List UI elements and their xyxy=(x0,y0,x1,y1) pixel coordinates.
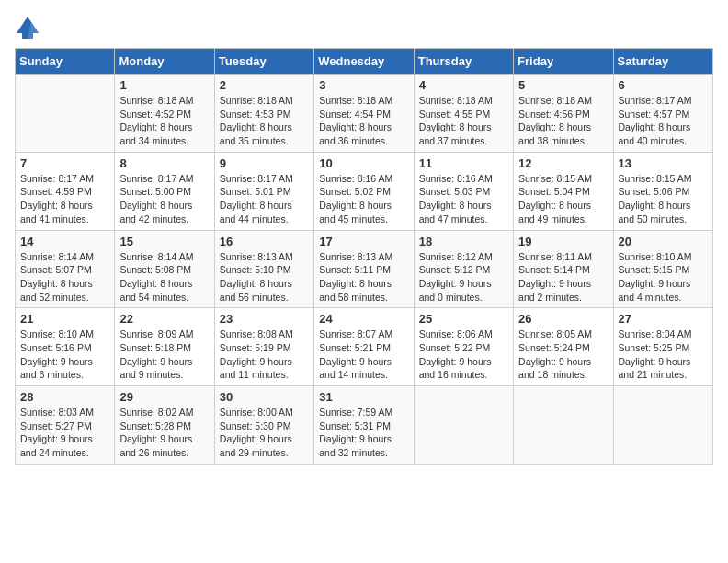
day-info: Sunrise: 8:14 AMSunset: 5:07 PMDaylight:… xyxy=(20,250,109,304)
calendar-cell: 8Sunrise: 8:17 AMSunset: 5:00 PMDaylight… xyxy=(115,152,214,230)
weekday-header: Friday xyxy=(514,49,613,75)
day-info: Sunrise: 8:17 AMSunset: 4:59 PMDaylight:… xyxy=(20,172,109,226)
day-info: Sunrise: 8:15 AMSunset: 5:04 PMDaylight:… xyxy=(518,172,608,226)
calendar-cell: 26Sunrise: 8:05 AMSunset: 5:24 PMDayligh… xyxy=(514,308,613,386)
day-info: Sunrise: 8:05 AMSunset: 5:24 PMDaylight:… xyxy=(518,327,608,382)
calendar-cell: 25Sunrise: 8:06 AMSunset: 5:22 PMDayligh… xyxy=(414,308,513,386)
day-info: Sunrise: 8:07 AMSunset: 5:21 PMDaylight:… xyxy=(319,327,408,382)
calendar-cell: 3Sunrise: 8:18 AMSunset: 4:54 PMDaylight… xyxy=(314,75,414,153)
day-number: 4 xyxy=(419,78,508,92)
day-number: 26 xyxy=(518,312,608,326)
calendar-cell: 21Sunrise: 8:10 AMSunset: 5:16 PMDayligh… xyxy=(16,308,115,386)
calendar-cell: 7Sunrise: 8:17 AMSunset: 4:59 PMDaylight… xyxy=(16,152,115,230)
calendar-cell xyxy=(514,386,613,465)
day-number: 13 xyxy=(619,156,708,170)
day-number: 10 xyxy=(319,156,408,170)
day-number: 27 xyxy=(619,312,708,326)
day-number: 23 xyxy=(220,312,309,326)
day-number: 20 xyxy=(619,235,708,248)
day-number: 30 xyxy=(220,390,309,404)
logo xyxy=(15,15,44,40)
day-number: 21 xyxy=(20,312,109,326)
day-info: Sunrise: 8:09 AMSunset: 5:18 PMDaylight:… xyxy=(119,327,209,382)
calendar-cell: 15Sunrise: 8:14 AMSunset: 5:08 PMDayligh… xyxy=(115,230,214,308)
weekday-header: Thursday xyxy=(414,49,513,75)
day-info: Sunrise: 8:03 AMSunset: 5:27 PMDaylight:… xyxy=(20,406,109,460)
day-info: Sunrise: 8:18 AMSunset: 4:53 PMDaylight:… xyxy=(220,94,309,148)
day-info: Sunrise: 8:18 AMSunset: 4:52 PMDaylight:… xyxy=(119,94,209,148)
day-info: Sunrise: 8:06 AMSunset: 5:22 PMDaylight:… xyxy=(419,327,508,382)
calendar-cell: 18Sunrise: 8:12 AMSunset: 5:12 PMDayligh… xyxy=(414,230,513,308)
weekday-header: Tuesday xyxy=(214,49,313,75)
calendar-cell: 16Sunrise: 8:13 AMSunset: 5:10 PMDayligh… xyxy=(214,230,313,308)
calendar-cell xyxy=(16,75,115,153)
day-info: Sunrise: 8:18 AMSunset: 4:56 PMDaylight:… xyxy=(518,94,608,148)
calendar-cell: 10Sunrise: 8:16 AMSunset: 5:02 PMDayligh… xyxy=(314,152,414,230)
day-info: Sunrise: 8:04 AMSunset: 5:25 PMDaylight:… xyxy=(619,327,708,382)
day-number: 24 xyxy=(319,312,408,326)
day-info: Sunrise: 8:15 AMSunset: 5:06 PMDaylight:… xyxy=(619,172,708,226)
day-info: Sunrise: 8:17 AMSunset: 5:00 PMDaylight:… xyxy=(119,172,209,226)
day-number: 31 xyxy=(319,390,408,404)
day-number: 6 xyxy=(619,78,708,92)
calendar-cell: 29Sunrise: 8:02 AMSunset: 5:28 PMDayligh… xyxy=(115,386,214,465)
svg-marker-0 xyxy=(17,17,39,39)
day-info: Sunrise: 8:17 AMSunset: 4:57 PMDaylight:… xyxy=(619,94,708,148)
day-number: 18 xyxy=(419,235,508,248)
day-info: Sunrise: 8:10 AMSunset: 5:15 PMDaylight:… xyxy=(619,250,708,304)
day-number: 1 xyxy=(119,78,209,92)
calendar-table: SundayMondayTuesdayWednesdayThursdayFrid… xyxy=(15,48,713,465)
calendar-cell: 23Sunrise: 8:08 AMSunset: 5:19 PMDayligh… xyxy=(214,308,313,386)
calendar-cell: 28Sunrise: 8:03 AMSunset: 5:27 PMDayligh… xyxy=(16,386,115,465)
day-number: 16 xyxy=(220,235,309,248)
calendar-cell: 20Sunrise: 8:10 AMSunset: 5:15 PMDayligh… xyxy=(613,230,712,308)
day-number: 14 xyxy=(20,235,109,248)
day-info: Sunrise: 7:59 AMSunset: 5:31 PMDaylight:… xyxy=(319,406,408,460)
day-number: 9 xyxy=(220,156,309,170)
calendar-cell: 6Sunrise: 8:17 AMSunset: 4:57 PMDaylight… xyxy=(613,75,712,153)
calendar-cell: 19Sunrise: 8:11 AMSunset: 5:14 PMDayligh… xyxy=(514,230,613,308)
calendar-week-row: 14Sunrise: 8:14 AMSunset: 5:07 PMDayligh… xyxy=(16,230,713,308)
day-info: Sunrise: 8:13 AMSunset: 5:11 PMDaylight:… xyxy=(319,250,408,304)
calendar-cell: 5Sunrise: 8:18 AMSunset: 4:56 PMDaylight… xyxy=(514,75,613,153)
calendar-week-row: 21Sunrise: 8:10 AMSunset: 5:16 PMDayligh… xyxy=(16,308,713,386)
day-number: 19 xyxy=(518,235,608,248)
day-number: 7 xyxy=(20,156,109,170)
weekday-header: Sunday xyxy=(16,49,115,75)
day-number: 8 xyxy=(119,156,209,170)
calendar-cell: 30Sunrise: 8:00 AMSunset: 5:30 PMDayligh… xyxy=(214,386,313,465)
day-info: Sunrise: 8:00 AMSunset: 5:30 PMDaylight:… xyxy=(220,406,309,460)
weekday-header: Monday xyxy=(115,49,214,75)
day-number: 28 xyxy=(20,390,109,404)
weekday-header-row: SundayMondayTuesdayWednesdayThursdayFrid… xyxy=(16,49,713,75)
day-number: 15 xyxy=(119,235,209,248)
calendar-cell: 31Sunrise: 7:59 AMSunset: 5:31 PMDayligh… xyxy=(314,386,414,465)
calendar-cell: 12Sunrise: 8:15 AMSunset: 5:04 PMDayligh… xyxy=(514,152,613,230)
day-number: 11 xyxy=(419,156,508,170)
calendar-cell: 9Sunrise: 8:17 AMSunset: 5:01 PMDaylight… xyxy=(214,152,313,230)
day-number: 3 xyxy=(319,78,408,92)
day-info: Sunrise: 8:18 AMSunset: 4:54 PMDaylight:… xyxy=(319,94,408,148)
day-info: Sunrise: 8:11 AMSunset: 5:14 PMDaylight:… xyxy=(518,250,608,304)
calendar-cell: 11Sunrise: 8:16 AMSunset: 5:03 PMDayligh… xyxy=(414,152,513,230)
calendar-cell: 4Sunrise: 8:18 AMSunset: 4:55 PMDaylight… xyxy=(414,75,513,153)
calendar-week-row: 7Sunrise: 8:17 AMSunset: 4:59 PMDaylight… xyxy=(16,152,713,230)
weekday-header: Wednesday xyxy=(314,49,414,75)
day-number: 25 xyxy=(419,312,508,326)
calendar-cell: 14Sunrise: 8:14 AMSunset: 5:07 PMDayligh… xyxy=(16,230,115,308)
weekday-header: Saturday xyxy=(613,49,712,75)
day-info: Sunrise: 8:16 AMSunset: 5:03 PMDaylight:… xyxy=(419,172,508,226)
day-number: 17 xyxy=(319,235,408,248)
calendar-cell: 17Sunrise: 8:13 AMSunset: 5:11 PMDayligh… xyxy=(314,230,414,308)
day-number: 29 xyxy=(119,390,209,404)
day-info: Sunrise: 8:16 AMSunset: 5:02 PMDaylight:… xyxy=(319,172,408,226)
day-number: 12 xyxy=(518,156,608,170)
day-info: Sunrise: 8:10 AMSunset: 5:16 PMDaylight:… xyxy=(20,327,109,382)
day-number: 2 xyxy=(220,78,309,92)
header xyxy=(15,15,713,40)
day-info: Sunrise: 8:13 AMSunset: 5:10 PMDaylight:… xyxy=(220,250,309,304)
calendar-cell xyxy=(414,386,513,465)
day-number: 22 xyxy=(119,312,209,326)
day-info: Sunrise: 8:02 AMSunset: 5:28 PMDaylight:… xyxy=(119,406,209,460)
day-info: Sunrise: 8:18 AMSunset: 4:55 PMDaylight:… xyxy=(419,94,508,148)
